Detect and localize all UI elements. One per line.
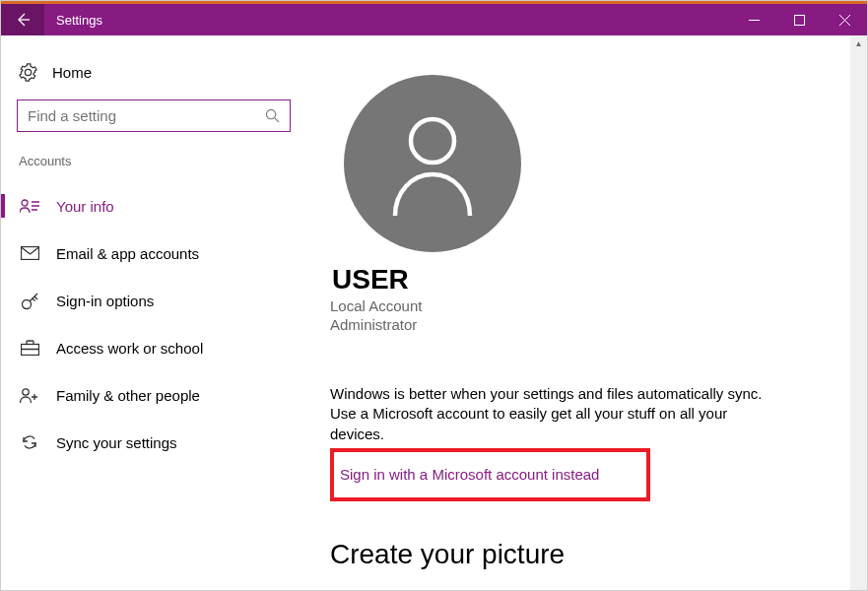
sidebar-item-signin-options[interactable]: Sign-in options	[17, 277, 291, 324]
sidebar-item-family[interactable]: Family & other people	[17, 371, 291, 419]
arrow-left-icon	[15, 12, 31, 28]
maximize-icon	[794, 15, 805, 26]
scroll-up-button[interactable]: ▲	[850, 35, 867, 52]
username: USER	[332, 264, 867, 296]
sidebar-item-label: Sign-in options	[56, 293, 154, 309]
sync-info-text: Windows is better when your settings and…	[330, 384, 783, 444]
svg-point-6	[23, 388, 29, 394]
search-input[interactable]	[28, 107, 265, 124]
sidebar-item-label: Family & other people	[56, 387, 200, 404]
people-icon	[19, 387, 40, 404]
window-title: Settings	[44, 13, 731, 28]
account-role: Administrator	[330, 316, 867, 333]
gear-icon	[17, 63, 38, 82]
svg-rect-0	[794, 15, 804, 25]
sidebar-item-label: Email & app accounts	[56, 245, 199, 262]
sidebar-item-your-info[interactable]: Your info	[17, 182, 291, 230]
minimize-button[interactable]	[731, 4, 776, 35]
key-icon	[19, 292, 40, 310]
scrollbar[interactable]: ▲	[850, 35, 867, 591]
briefcase-icon	[19, 340, 40, 356]
highlight-annotation: Sign in with a Microsoft account instead	[330, 448, 650, 501]
svg-point-2	[22, 200, 28, 206]
home-link[interactable]: Home	[17, 57, 291, 88]
sidebar-item-label: Sync your settings	[56, 434, 177, 451]
titlebar: Settings	[1, 4, 867, 35]
search-icon	[265, 108, 280, 123]
close-icon	[839, 15, 850, 26]
svg-point-7	[411, 119, 454, 163]
person-card-icon	[19, 198, 40, 214]
sidebar-item-sync[interactable]: Sync your settings	[17, 419, 291, 466]
home-label: Home	[52, 64, 92, 81]
minimize-icon	[749, 15, 760, 26]
sync-icon	[19, 433, 40, 451]
person-icon	[383, 109, 482, 218]
window-controls	[731, 4, 867, 35]
back-button[interactable]	[1, 4, 44, 35]
sidebar-item-email-accounts[interactable]: Email & app accounts	[17, 230, 291, 277]
picture-heading: Create your picture	[330, 539, 867, 570]
mail-icon	[19, 246, 40, 260]
sidebar-item-label: Access work or school	[56, 340, 203, 357]
svg-point-1	[266, 109, 275, 118]
account-type: Local Account	[330, 297, 867, 314]
maximize-button[interactable]	[776, 4, 822, 35]
search-box[interactable]	[17, 99, 291, 132]
close-button[interactable]	[822, 4, 867, 35]
main-content: USER Local Account Administrator Windows…	[306, 35, 867, 591]
sidebar-item-label: Your info	[56, 198, 114, 215]
sidebar-item-work-school[interactable]: Access work or school	[17, 324, 291, 371]
section-label: Accounts	[17, 154, 291, 168]
signin-microsoft-link[interactable]: Sign in with a Microsoft account instead	[340, 466, 599, 483]
sidebar: Home Accounts Your info Email & app acco…	[1, 35, 306, 591]
avatar	[344, 75, 521, 252]
